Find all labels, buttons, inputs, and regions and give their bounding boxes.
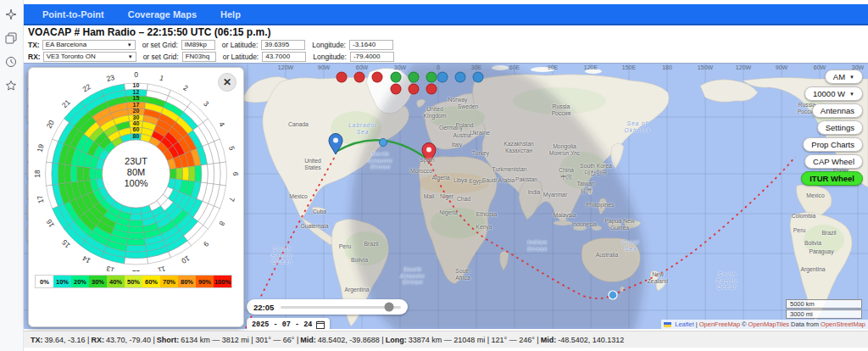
legend-cell: 30% — [89, 276, 107, 287]
country-label: Indonesia — [571, 221, 596, 228]
date-value: 2025 - 07 - 24 — [252, 320, 312, 329]
longitude-label: 90W — [318, 64, 330, 70]
tabs-icon[interactable] — [5, 32, 19, 46]
country-label: Sweden — [458, 103, 479, 110]
attribution-link[interactable]: OpenFreeMap — [699, 320, 740, 328]
rx-station-value: VE3 Toronto ON — [47, 53, 96, 60]
ocean-label: Sea ofOkhotsk — [625, 120, 651, 133]
rx-lat-input[interactable]: 43.7000 — [262, 52, 306, 62]
settings-button[interactable]: Settings — [817, 120, 863, 135]
wheel-cell — [130, 214, 142, 220]
wheel-hour-label: 0 — [134, 70, 138, 79]
wheel-cell — [170, 169, 176, 179]
attribution-link[interactable]: Leaflet — [675, 320, 694, 328]
band-status-dot — [391, 84, 402, 95]
wheel-cell — [83, 167, 90, 181]
calendar-icon — [316, 320, 325, 329]
wheel-hub-text: 23UT — [125, 156, 147, 166]
tx-lat-input[interactable]: 39.6395 — [261, 40, 305, 50]
rx-station-select[interactable]: VE3 Toronto ON ▼ — [43, 52, 136, 62]
attribution-link[interactable]: OpenStreetMap — [821, 320, 865, 328]
wheel-cell — [125, 251, 147, 258]
time-slider-track[interactable] — [281, 306, 401, 309]
attribution-text: Data from — [791, 320, 819, 328]
nav-item-help[interactable]: Help — [220, 9, 241, 20]
country-label: Poland — [455, 122, 473, 129]
prop-charts-button[interactable]: Prop Charts — [803, 137, 863, 152]
country-label: Australia — [596, 252, 618, 259]
country-label: Mexico — [289, 193, 308, 200]
band-status-dot — [391, 72, 402, 83]
sparkle-icon[interactable] — [5, 8, 19, 22]
rx-grid-input[interactable]: FN03hq — [182, 52, 216, 62]
country-label: Italy — [452, 142, 462, 148]
wheel-cell — [52, 163, 58, 185]
wheel-cell — [77, 166, 84, 181]
am-select[interactable]: AM▼ — [825, 70, 863, 84]
country-label: Ukraine — [470, 130, 489, 136]
wheel-cell — [129, 220, 142, 226]
wheel-cell — [128, 226, 143, 233]
rx-grid-label: or set Grid: — [143, 53, 179, 61]
time-slider-thumb[interactable] — [384, 303, 393, 312]
country-label: Papua NewGuinea — [604, 218, 634, 231]
nav-item-coverage-maps[interactable]: Coverage Maps — [128, 9, 197, 20]
scale-mi: 3000 mi — [786, 309, 862, 319]
longitude-label: 60W — [356, 64, 368, 70]
cap-wheel-button[interactable]: CAP Wheel — [804, 154, 863, 169]
country-label: Malaysia — [554, 212, 576, 219]
country-label: Algeria — [431, 175, 449, 181]
country-label: Paraguay — [809, 248, 833, 255]
top-nav: Point-to-PointCoverage MapsHelp — [24, 4, 868, 25]
antennas-button[interactable]: Antennas — [812, 103, 863, 118]
country-label: Austria — [453, 132, 470, 139]
ukraine-flag-icon — [664, 322, 671, 327]
rx-lon-label: Longitude: — [313, 53, 347, 61]
longitude-label: 30W — [394, 64, 406, 70]
wheel-cell — [46, 162, 53, 186]
attribution-link[interactable]: OpenMapTiles — [748, 320, 790, 328]
wheel-hour-label: 15 — [60, 238, 72, 250]
tx-station-select[interactable]: EA Barcelona ▼ — [42, 40, 136, 50]
band-status-dot — [473, 72, 484, 83]
wheel-cell — [195, 165, 202, 182]
wheel-hour-label: 13 — [105, 265, 115, 271]
wheel-hour-label: 4 — [217, 120, 226, 128]
close-icon[interactable]: ✕ — [218, 73, 236, 92]
longitude-label: 120W — [278, 64, 293, 70]
tx-lon-input[interactable]: -3.1640 — [349, 40, 393, 50]
tx-grid-input[interactable]: IM89kp — [181, 40, 215, 50]
long-path-midpoint-dot — [609, 291, 617, 299]
tx-lat-label: or Latitude: — [222, 41, 259, 49]
legend-cell: 90% — [196, 276, 214, 287]
country-label: Myanmar — [543, 192, 567, 198]
wheel-cell — [96, 169, 103, 179]
favorites-star-icon[interactable] — [5, 80, 19, 93]
tx-station-value: EA Barcelona — [46, 41, 86, 48]
wheel-band-label: 17 — [133, 102, 140, 108]
country-label: Norway — [448, 97, 467, 103]
wheel-cell — [58, 164, 64, 184]
ocean-label: SouthPacificOcean — [271, 246, 293, 265]
wheel-hour-label: 14 — [81, 254, 92, 265]
country-label: India — [528, 189, 541, 196]
country-label: Kenya — [476, 224, 492, 231]
longitude-label: 180 — [662, 64, 672, 70]
date-picker[interactable]: 2025 - 07 - 24 — [247, 318, 330, 329]
10000-w-select[interactable]: 10000 W▼ — [804, 86, 863, 101]
wheel-cell — [70, 165, 77, 182]
nav-item-point-to-point[interactable]: Point-to-Point — [42, 9, 104, 20]
rx-lon-input[interactable]: -79.4000 — [350, 52, 394, 62]
longitude-label: 90W — [776, 64, 787, 70]
band-status-dot — [354, 72, 365, 83]
map-attribution: Leaflet | OpenFreeMap © OpenMapTiles Dat… — [661, 320, 868, 329]
band-status-dot — [437, 72, 448, 83]
longitude-label: 30E — [471, 64, 481, 70]
country-label: SouthAfrica — [455, 268, 470, 281]
band-status-dot — [409, 72, 420, 83]
chevron-down-icon: ▼ — [849, 75, 854, 80]
itur-wheel-button[interactable]: ITUR Wheel — [801, 171, 863, 186]
country-label: China中国 — [559, 167, 574, 180]
status-label: Mid: — [300, 336, 316, 344]
history-clock-icon[interactable] — [5, 56, 19, 70]
